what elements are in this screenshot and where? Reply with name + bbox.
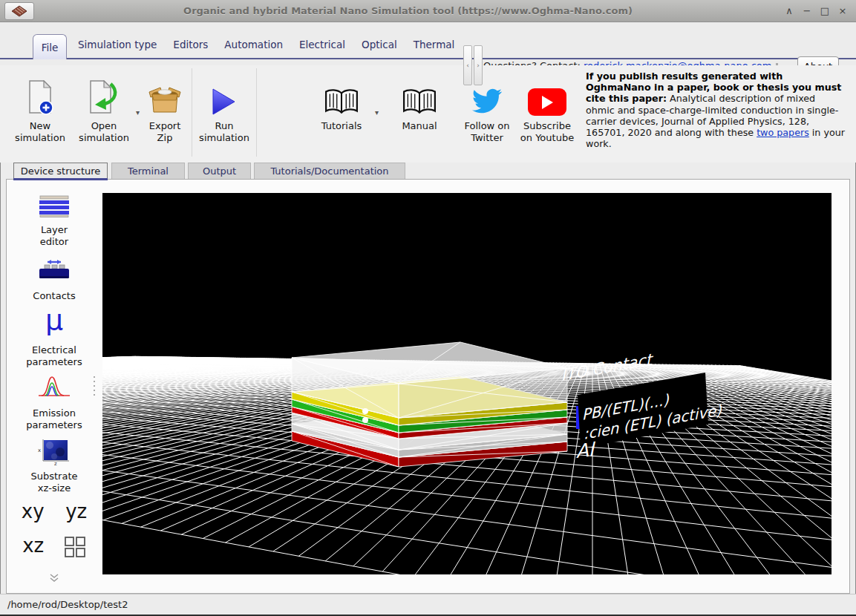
manual-label: Manual (390, 120, 449, 132)
layer-editor-button[interactable] (7, 195, 102, 220)
manual-book-icon (402, 88, 437, 116)
view-buttons-xy-yz: xy yz (7, 500, 102, 522)
electrical-parameters-label[interactable]: Electrical parameters (7, 344, 102, 368)
view-yz-button[interactable]: yz (65, 500, 87, 522)
layer-editor-icon (38, 195, 71, 217)
youtube-label: Subscribe on Youtube (515, 120, 579, 144)
emission-spectrum-icon (37, 374, 71, 398)
new-simulation-label: New simulation (9, 120, 71, 144)
menu-bar: File Simulation type Editors Automation … (0, 22, 856, 65)
minimize-button[interactable]: − (800, 4, 814, 19)
emission-parameters-label[interactable]: Emission parameters (7, 407, 102, 431)
device-structure-panel: Layer editor Contacts μ Electrical param… (6, 179, 850, 594)
3d-scene: ITO Contact PB/(ETL)(...) :cien (ETL) (a… (102, 193, 832, 574)
substrate-xz-size-button[interactable]: x z (7, 437, 102, 468)
tutorials-dropdown-arrow-icon[interactable]: ▾ (375, 108, 379, 117)
toolbar: New simulation Open simulation ▾ (0, 65, 856, 163)
label-al: Al (576, 439, 596, 462)
shade-button[interactable]: ∧ (782, 4, 797, 19)
current-path: /home/rod/Desktop/test2 (7, 599, 128, 610)
contacts-icon (36, 259, 73, 281)
scroll-left-icon: ‹ (466, 62, 469, 69)
tutorials-book-icon (324, 88, 359, 116)
twitter-label: Follow on Twitter (456, 120, 518, 144)
device-stack (292, 342, 567, 467)
open-simulation-icon (87, 80, 121, 116)
close-button[interactable]: × (835, 4, 850, 19)
menu-tabs: Simulation type Editors Automation Elect… (78, 39, 460, 50)
menu-tab-file[interactable]: File (33, 34, 67, 59)
menu-tab-optical[interactable]: Optical (362, 39, 397, 50)
run-simulation-button[interactable]: Run simulation (196, 73, 252, 144)
menu-tab-thermal[interactable]: Thermal (414, 39, 455, 50)
tab-scroll-left-button[interactable]: ‹ (463, 45, 472, 85)
menu-tab-automation[interactable]: Automation (224, 39, 283, 50)
tab-device-structure[interactable]: Device structure (13, 163, 108, 179)
export-zip-icon (147, 85, 183, 116)
svg-text:z: z (54, 461, 57, 465)
tab-terminal[interactable]: Terminal (111, 163, 185, 179)
menu-tab-simulation-type[interactable]: Simulation type (78, 39, 157, 50)
active-tab-underline (13, 178, 108, 180)
youtube-icon (528, 88, 566, 116)
citation-papers-link[interactable]: two papers (757, 127, 809, 138)
twitter-bird-icon (470, 86, 504, 116)
substrate-xz-icon: x z (36, 437, 72, 465)
four-view-grid-icon[interactable] (64, 536, 86, 558)
export-zip-button[interactable]: Export Zip (140, 73, 190, 144)
tutorials-label: Tutorials (309, 120, 374, 132)
view-xz-button[interactable]: xz (22, 534, 44, 557)
tab-output[interactable]: Output (188, 163, 251, 179)
toolbar-separator (256, 68, 257, 157)
electrical-parameters-icon[interactable]: μ (7, 307, 102, 332)
view-buttons-xz: xz (7, 534, 102, 558)
open-simulation-label: Open simulation (76, 120, 132, 144)
run-simulation-icon (212, 88, 237, 116)
youtube-button[interactable]: Subscribe on Youtube (515, 73, 579, 144)
app-logo-icon (11, 5, 27, 17)
contacts-button[interactable] (7, 259, 102, 284)
menu-tab-electrical[interactable]: Electrical (299, 39, 345, 50)
app-menu-button[interactable] (4, 2, 34, 20)
window-title: Organic and hybrid Material Nano Simulat… (34, 5, 782, 16)
view-xy-button[interactable]: xy (22, 500, 45, 522)
toolbar-separator (192, 68, 192, 157)
citation-text: If you publish results generated with Og… (586, 71, 846, 149)
sidebar-scroll-down-button[interactable] (7, 571, 102, 585)
tab-tutorials-documentation[interactable]: Tutorials/Documentation (254, 163, 405, 179)
maximize-button[interactable]: □ (817, 4, 832, 19)
3d-viewport[interactable]: ITO Contact PB/(ETL)(...) :cien (ETL) (a… (102, 193, 832, 574)
layer-editor-label[interactable]: Layer editor (7, 224, 102, 248)
titlebar: Organic and hybrid Material Nano Simulat… (0, 0, 856, 22)
tutorials-button[interactable]: Tutorials (309, 73, 374, 132)
new-simulation-button[interactable]: New simulation (9, 73, 71, 144)
menu-tab-editors[interactable]: Editors (173, 39, 208, 50)
run-simulation-label: Run simulation (196, 120, 252, 144)
status-bar: /home/rod/Desktop/test2 (0, 594, 856, 615)
handle-dot (362, 417, 368, 423)
chevron-down-icon (48, 574, 60, 582)
contacts-label[interactable]: Contacts (7, 290, 102, 302)
new-simulation-icon (25, 80, 55, 116)
emission-parameters-button[interactable] (7, 374, 102, 401)
handle-dot (362, 408, 368, 414)
substrate-xz-size-label[interactable]: Substrate xz-size (7, 471, 102, 494)
export-zip-label: Export Zip (140, 120, 190, 144)
tab-scroll-right-button[interactable]: › (474, 45, 483, 85)
app-window: Organic and hybrid Material Nano Simulat… (0, 0, 856, 616)
manual-button[interactable]: Manual (390, 73, 449, 132)
splitter-handle[interactable] (94, 376, 95, 396)
open-simulation-button[interactable]: Open simulation (76, 73, 132, 144)
menu-underline (0, 58, 856, 59)
scroll-right-icon: › (477, 62, 480, 69)
svg-text:x: x (38, 448, 41, 453)
